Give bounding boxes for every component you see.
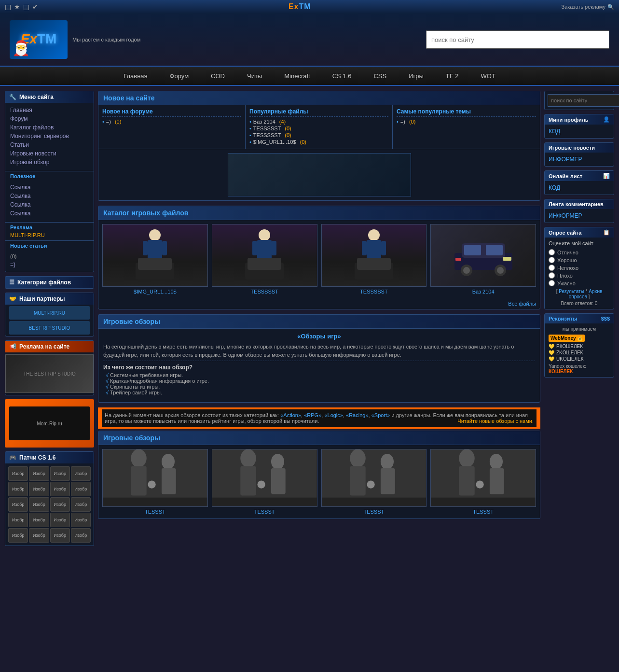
category-sport[interactable]: «Sport» [371,412,390,418]
poll-option-3[interactable]: Неплохо [549,265,610,271]
file-grid-item-1[interactable]: $IMG_URL1...10$ [102,224,208,294]
review-item-1[interactable]: TESSST [102,449,208,515]
rss-icon[interactable]: ▤ [5,3,11,11]
patch-4[interactable]: Изобр [71,466,91,481]
gamepad-icon: 🎮 [9,454,16,461]
file-grid-item-4[interactable]: Ваз 2104 [430,224,536,294]
patch-16[interactable]: Изобр [71,513,91,527]
menu-item-reviews[interactable]: Игровой обзор [5,158,94,167]
review-item-3[interactable]: TESSST [321,449,427,515]
file-item-4[interactable]: $IMG_URL1...10$(0) [249,139,388,145]
nav-minecraft[interactable]: Minecraft [280,70,314,82]
patch-11[interactable]: Изобр [50,497,70,512]
patch-1[interactable]: Изобр [8,466,28,481]
poll-option-2[interactable]: Хорошо [549,257,610,263]
poll-option-1[interactable]: Отлично [549,249,610,255]
patch-18[interactable]: Изобр [29,528,49,543]
patch-10[interactable]: Изобр [29,497,49,512]
file-grid-item-3[interactable]: TESSSSST [321,224,427,294]
file-title-4[interactable]: Ваз 2104 [430,289,536,294]
menu-item-home[interactable]: Главная [5,106,94,114]
poll-results-link[interactable]: Результаты [559,289,584,294]
nav-wot[interactable]: WOT [477,70,499,82]
category-rpg[interactable]: «RPG» [304,412,321,418]
file-title-2[interactable]: TESSSSST [212,289,317,294]
nav-cod[interactable]: COD [207,70,229,82]
poll-option-5[interactable]: Ужасно [549,280,610,286]
menu-item-monitoring[interactable]: Мониторинг серверов [5,132,94,140]
svg-point-51 [380,454,393,470]
check-icon[interactable]: ✔ [32,3,38,11]
patch-5[interactable]: Изобр [8,482,28,496]
all-files-link[interactable]: Все файлы [98,298,540,309]
menu-item-catalog[interactable]: Каталог файлов [5,123,94,132]
category-racing[interactable]: «Racing» [346,412,368,418]
review-item-4[interactable]: TESSST [430,449,536,515]
patch-15[interactable]: Изобр [50,513,70,527]
nav-forum[interactable]: Форум [166,70,193,82]
patch-3[interactable]: Изобр [50,466,70,481]
category-action[interactable]: «Action» [280,412,301,418]
file-title-3[interactable]: TESSSSST [321,289,427,294]
useful-link-1[interactable]: Ссылка [5,183,94,192]
yandex-wallet: КОШЕЛЕК [549,369,610,374]
nav-home[interactable]: Главная [120,70,151,82]
patch-12[interactable]: Изобр [71,497,91,512]
forum-item[interactable]: =) (0) [102,119,241,125]
review-features: Из чего же состоит наш обзор? Системные … [103,364,535,395]
poll-option-4[interactable]: Плохо [549,272,610,279]
poll-radio-3[interactable] [549,265,555,271]
useful-link-4[interactable]: Ссылка [5,209,94,218]
new-articles-item[interactable]: =) [5,260,94,269]
svg-point-40 [148,480,155,488]
partner1-logo[interactable]: MULTI-RIP.RU [9,306,90,320]
patch-13[interactable]: Изобр [8,513,28,527]
categories-title: ☰ Категории файлов [5,277,94,288]
adv-button[interactable]: Заказать рекламу 🔍 [562,4,614,10]
search-right-input[interactable] [548,94,619,107]
useful-link-2[interactable]: Ссылка [5,192,94,200]
nav-cs16[interactable]: CS 1.6 [329,70,356,82]
patch-19[interactable]: Изобр [50,528,70,543]
file-grid-item-2[interactable]: TESSSSST [212,224,317,294]
nav-igry[interactable]: Игры [405,70,427,82]
nav-css[interactable]: CSS [370,70,390,82]
file-item-1[interactable]: Ваз 2104(4) [249,119,388,125]
file-title-1[interactable]: $IMG_URL1...10$ [102,289,208,294]
patch-6[interactable]: Изобр [29,482,49,496]
patch-8[interactable]: Изобр [71,482,91,496]
patch-17[interactable]: Изобр [8,528,28,543]
poll-radio-4[interactable] [549,272,555,279]
patch-20[interactable]: Изобр [71,528,91,543]
poll-radio-5[interactable] [549,280,555,286]
site-ad-box: 📢 Реклама на сайте THE BEST RIP STUDIO [5,340,94,395]
header-search [426,30,609,49]
useful-link-3[interactable]: Ссылка [5,200,94,209]
svg-rect-15 [248,258,281,270]
partner2-logo[interactable]: BEST RIP STUDIO [9,321,90,335]
req-accept-text: мы принимаем [549,326,610,332]
poll-radio-2[interactable] [549,257,555,263]
review-item-2[interactable]: TESSST [212,449,317,515]
ad-link[interactable]: MULTI-RIP.RU [5,231,94,239]
menu-item-forum[interactable]: Форум [5,114,94,123]
read-more-link[interactable]: Читайте новые обзоры с нами. [457,418,534,424]
header-search-input[interactable] [426,30,609,49]
patch-7[interactable]: Изобр [50,482,70,496]
star-icon[interactable]: ★ [14,3,20,11]
topic-item[interactable]: =) (0) [397,119,536,125]
patch-2[interactable]: Изобр [29,466,49,481]
nav-tf2[interactable]: TF 2 [442,70,463,82]
menu-item-articles[interactable]: Статьи [5,140,94,149]
svg-rect-7 [138,258,172,270]
file-item-3[interactable]: TESSSSST(0) [249,132,388,138]
patch-9[interactable]: Изобр [8,497,28,512]
poll-radio-1[interactable] [549,249,555,255]
svg-rect-11 [272,241,276,255]
menu-item-news[interactable]: Игровые новости [5,149,94,158]
nav-chity[interactable]: Читы [243,70,266,82]
patch-14[interactable]: Изобр [29,513,49,527]
category-logic[interactable]: «Logic» [324,412,343,418]
file-item-2[interactable]: TESSSSST(0) [249,126,388,131]
share-icon[interactable]: ▤ [23,3,29,11]
